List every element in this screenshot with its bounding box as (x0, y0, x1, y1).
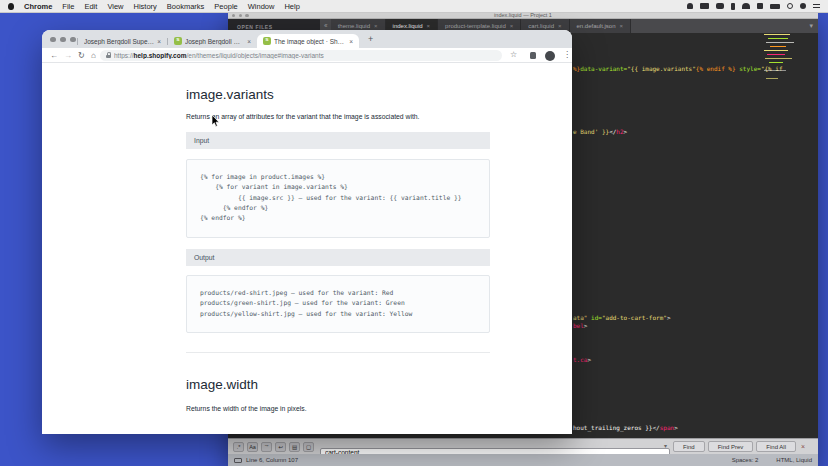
record-macro-icon[interactable] (234, 458, 242, 463)
menu-item-help[interactable]: Help (284, 2, 299, 11)
zoom-window-icon[interactable] (70, 37, 76, 43)
whole-word-toggle-icon[interactable]: “” (261, 442, 272, 452)
sublime-window-controls[interactable] (232, 14, 249, 17)
section-heading-image-width: image.width (186, 377, 258, 392)
cursor-position-status: Line 6, Column 107 (246, 457, 298, 463)
notifications-icon[interactable] (687, 3, 693, 9)
code-fragment: t.ca> (573, 356, 591, 364)
menu-item-history[interactable]: History (134, 2, 157, 11)
menu-bar: Chrome File Edit View History Bookmarks … (0, 0, 828, 13)
mouse-cursor (211, 113, 220, 131)
camera-icon[interactable] (716, 3, 724, 9)
menu-item-bookmarks[interactable]: Bookmarks (167, 2, 205, 11)
minimap[interactable] (764, 32, 800, 100)
back-icon[interactable]: ← (50, 51, 58, 60)
tab-overflow-icon[interactable]: ▾ (804, 19, 818, 33)
section-description: Returns an array of attributes for the v… (186, 113, 419, 120)
editor-tab-en-default[interactable]: en.default.json × (570, 19, 632, 33)
code-fragment: hout_trailing_zeros }}</span> (573, 424, 678, 432)
close-tab-icon[interactable]: × (349, 38, 353, 45)
window-controls[interactable] (50, 37, 76, 43)
page-content: image.variants Returns an array of attri… (42, 63, 572, 434)
close-tab-icon[interactable]: × (374, 23, 378, 29)
secure-lock-icon[interactable] (106, 55, 111, 59)
volume-icon[interactable] (757, 3, 763, 9)
close-tab-icon[interactable]: × (510, 23, 514, 29)
close-window-icon[interactable] (50, 37, 56, 43)
highlight-toggle-icon[interactable]: ▢ (303, 442, 314, 452)
control-center-icon[interactable] (813, 4, 820, 6)
menu-item-people[interactable]: People (214, 2, 237, 11)
chrome-window: Joseph Bergdoll SuperHi Pro × Joseph Ber… (42, 30, 572, 434)
home-icon[interactable]: ⌂ (91, 51, 96, 60)
browser-menu-icon[interactable]: ⋮ (563, 50, 571, 59)
menu-item-window[interactable]: Window (248, 2, 275, 11)
spotlight-icon[interactable] (787, 3, 793, 9)
section-heading-image-variants: image.variants (186, 87, 274, 102)
wrap-toggle-icon[interactable]: ↩ (275, 442, 286, 452)
find-button[interactable]: Find (673, 441, 705, 452)
close-tab-icon[interactable]: × (427, 23, 431, 29)
battery-icon[interactable] (770, 4, 780, 9)
browser-tab-1[interactable]: Joseph Bergdoll SuperHi Pro × (78, 34, 167, 48)
minimize-window-icon[interactable] (239, 14, 242, 17)
indentation-status[interactable]: Spaces: 2 (732, 457, 759, 463)
input-label-bar: Input (186, 132, 490, 149)
code-fragment: e Band' }}</h2> (573, 128, 627, 136)
url-path: /en/themes/liquid/objects/image#image-va… (186, 52, 323, 59)
code-fragment: %}data-variant="{{ image.variants"{% end… (573, 65, 783, 73)
url-domain: help.shopify.com (134, 52, 187, 59)
close-tab-icon[interactable]: × (157, 38, 161, 45)
section-description: Returns the width of the image in pixels… (186, 405, 307, 412)
find-history-dropdown-icon[interactable]: ▾ (664, 442, 667, 449)
zoom-window-icon[interactable] (245, 14, 248, 17)
display-icon[interactable] (700, 3, 709, 9)
shopify-favicon (174, 37, 182, 45)
wifi-icon[interactable] (742, 3, 750, 9)
sidebar-open-files-header: OPEN FILES (228, 19, 320, 30)
new-tab-button[interactable]: + (368, 34, 373, 44)
close-tab-icon[interactable]: × (620, 23, 624, 29)
close-tab-icon[interactable]: × (247, 38, 251, 45)
siri-icon[interactable] (800, 3, 806, 9)
chrome-tab-strip: Joseph Bergdoll SuperHi Pro × Joseph Ber… (42, 30, 572, 48)
code-fragment: bel> (573, 322, 587, 330)
input-code: {% for image in product.images %} {% for… (187, 160, 489, 223)
sublime-window-title: index.liquid — Project 1 (228, 12, 818, 19)
menu-item-edit[interactable]: Edit (84, 2, 97, 11)
output-label-bar: Output (186, 249, 490, 266)
close-find-bar-icon[interactable]: × (801, 443, 805, 450)
output-code-block[interactable]: products/red-shirt.jpeg — used for the v… (186, 275, 490, 333)
input-code-block[interactable]: {% for image in product.images %} {% for… (186, 159, 490, 238)
apple-logo-icon[interactable] (8, 3, 14, 10)
forward-icon[interactable]: → (64, 51, 72, 60)
close-tab-icon[interactable]: × (558, 23, 562, 29)
close-window-icon[interactable] (232, 14, 235, 17)
bookmark-star-icon[interactable]: ☆ (510, 50, 517, 59)
browser-tab-active[interactable]: The image object · Shopify Help Center × (257, 34, 359, 48)
sublime-title-bar[interactable]: index.liquid — Project 1 (228, 12, 818, 19)
menubar-status-icons (687, 3, 820, 10)
regex-toggle-icon[interactable]: .* (233, 442, 244, 452)
section-divider (186, 352, 490, 353)
find-bar: .* Aa “” ↩ ▤ ▢ ▾ Find Find Prev Find All… (228, 438, 818, 454)
menu-item-file[interactable]: File (62, 2, 74, 11)
in-selection-toggle-icon[interactable]: ▤ (289, 442, 300, 452)
profile-avatar[interactable] (545, 51, 555, 61)
code-fragment: ata" id="add-to-cart-form"> (573, 314, 671, 322)
output-code: products/red-shirt.jpeg — used for the v… (187, 276, 489, 319)
syntax-status[interactable]: HTML, Liquid (776, 457, 812, 463)
find-prev-button[interactable]: Find Prev (708, 441, 754, 452)
case-sensitive-toggle-icon[interactable]: Aa (247, 442, 258, 452)
address-bar[interactable]: https://help.shopify.com/en/themes/liqui… (100, 50, 502, 61)
extension-icon[interactable] (530, 52, 536, 59)
shopify-favicon (263, 37, 271, 45)
editor-status-bar: Line 6, Column 107 Spaces: 2 HTML, Liqui… (228, 454, 818, 466)
reload-icon[interactable]: ↻ (78, 51, 85, 60)
menu-item-view[interactable]: View (107, 2, 123, 11)
minimize-window-icon[interactable] (60, 37, 66, 43)
bluetooth-icon[interactable] (731, 3, 735, 10)
browser-tab-2[interactable]: Joseph Bergdoll SuperHi Pro × (168, 34, 257, 48)
menu-item-app[interactable]: Chrome (24, 2, 52, 11)
find-all-button[interactable]: Find All (756, 441, 796, 452)
